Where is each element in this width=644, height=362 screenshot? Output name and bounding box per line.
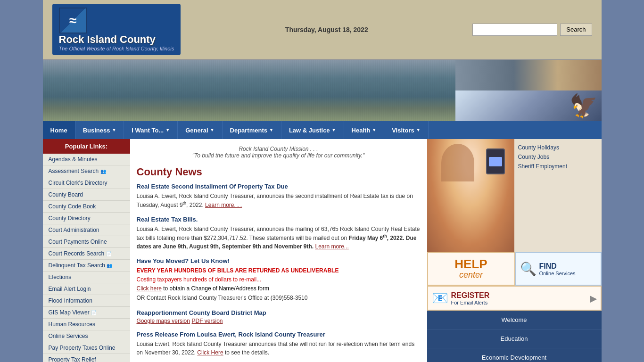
nav-business-arrow: ▼ xyxy=(112,128,116,132)
news-press-link-desc: to see the details. xyxy=(225,349,269,356)
news-reapp-section: Reapportionment County Board District Ma… xyxy=(137,309,421,324)
welcome-panel-welcome[interactable]: Welcome xyxy=(427,311,602,329)
search-button[interactable]: Search xyxy=(560,24,592,36)
news-moved-title: Have You Moved? Let Us Know! xyxy=(137,257,421,264)
find-services-widget[interactable]: 🔍 FIND Online Services xyxy=(515,252,602,286)
welcome-panels: Welcome Education Economic Development H… xyxy=(427,311,602,362)
sidebar-item-courtrecords[interactable]: Court Records Search 📄 xyxy=(43,248,130,260)
nav-health-arrow: ▼ xyxy=(372,128,376,132)
news-moved-click-desc: to obtain a Change of Name/Address form xyxy=(162,285,269,292)
sidebar-item-assessment[interactable]: Assessment Search 👥 xyxy=(43,165,130,177)
news-item-1-title: Real Estate Second Installment Of Proper… xyxy=(137,183,421,190)
site-subtitle: The Official Website of Rock Island Coun… xyxy=(59,46,174,51)
right-panels: County Holidays County Jobs Sheriff Empl… xyxy=(427,139,602,362)
sidebar-item-agendas[interactable]: Agendas & Minutes xyxy=(43,154,130,165)
news-item-1-body: Louisa A. Ewert, Rock Island County Trea… xyxy=(137,192,421,209)
help-center-widget[interactable]: HELP center xyxy=(427,252,515,286)
sidebar-item-onlineservices[interactable]: Online Services xyxy=(43,330,130,342)
news-item-2: Real Estate Tax Bills. Louisa A. Ewert, … xyxy=(137,216,421,251)
nav-lawjustice[interactable]: Law & Justice ▼ xyxy=(281,121,344,139)
register-widget[interactable]: 📧 REGISTER For Email Alerts ▶ xyxy=(427,286,602,311)
news-moved-click: Click here to obtain a Change of Name/Ad… xyxy=(137,284,421,293)
nav-health[interactable]: Health ▼ xyxy=(344,121,385,139)
nav-iwantto[interactable]: I Want To... ▼ xyxy=(124,121,178,139)
sidebar-item-codebook[interactable]: County Code Book xyxy=(43,201,130,213)
sidebar-item-courtpayments[interactable]: Court Payments Online xyxy=(43,236,130,248)
find-sub: Online Services xyxy=(539,271,576,276)
date-display: Thursday, August 18, 2022 xyxy=(181,26,472,33)
news-press-section: Press Release From Louisa Ewert, Rock Is… xyxy=(137,331,421,357)
sidebar: Popular Links: Agendas & Minutes Assessm… xyxy=(43,139,130,362)
help-find-register-row: HELP center 🔍 FIND Online Services xyxy=(427,252,602,286)
banner: 🦅 xyxy=(43,60,602,121)
news-item-2-body: Louisa A. Ewert, Rock Island County Trea… xyxy=(137,225,421,251)
search-area: Search xyxy=(472,24,592,36)
banner-main-image xyxy=(43,60,455,121)
nav-general[interactable]: General ▼ xyxy=(178,121,222,139)
nav-visitors-arrow: ▼ xyxy=(416,128,421,132)
help-sub: center xyxy=(433,270,510,280)
mission-line1: Rock Island County Mission . . . xyxy=(239,146,318,152)
sidebar-item-courtadmin[interactable]: Court Administration xyxy=(43,224,130,236)
news-column: Rock Island County Mission . . . "To bui… xyxy=(130,139,427,362)
photo-quicklinks-row: County Holidays County Jobs Sheriff Empl… xyxy=(427,139,602,252)
news-press-link[interactable]: Click Here xyxy=(197,349,223,356)
nav-home[interactable]: Home xyxy=(43,121,75,139)
news-item-2-title: Real Estate Tax Bills. xyxy=(137,216,421,223)
nav-visitors[interactable]: Visitors ▼ xyxy=(384,121,428,139)
register-icon: 📧 xyxy=(432,290,448,306)
news-item-1: Real Estate Second Installment Of Proper… xyxy=(137,183,421,209)
news-moved-link[interactable]: Click here xyxy=(137,285,162,292)
news-reapp-link1[interactable]: Google maps version xyxy=(137,318,190,324)
sidebar-item-directory[interactable]: County Directory xyxy=(43,213,130,224)
news-moved-alert1: EVERY YEAR HUNDREDS OF BILLS ARE RETURNE… xyxy=(137,266,421,275)
sidebar-item-elections[interactable]: Elections xyxy=(43,272,130,283)
nav-general-arrow: ▼ xyxy=(210,128,215,132)
mission-statement: Rock Island County Mission . . . "To bui… xyxy=(137,144,421,161)
nav-departments[interactable]: Departments ▼ xyxy=(223,121,281,139)
sidebar-item-flood[interactable]: Flood Information xyxy=(43,295,130,307)
nav-lawjustice-arrow: ▼ xyxy=(332,128,336,132)
nav-departments-arrow: ▼ xyxy=(269,128,273,132)
news-moved-alert2: Costing taxpayers hundreds of dollars to… xyxy=(137,275,421,284)
welcome-panel-economic[interactable]: Economic Development xyxy=(427,348,602,362)
news-item-2-link[interactable]: Learn more... xyxy=(315,243,348,250)
news-reapp-link2[interactable]: PDF version xyxy=(192,318,223,324)
logo-text: Rock Island County The Official Website … xyxy=(59,33,174,51)
news-press-title: Press Release From Louisa Ewert, Rock Is… xyxy=(137,331,421,338)
find-title: FIND xyxy=(539,262,576,271)
sidebar-item-hr[interactable]: Human Resources xyxy=(43,319,130,330)
nav-business[interactable]: Business ▼ xyxy=(75,121,124,139)
photo-box xyxy=(427,139,514,252)
help-title: HELP xyxy=(433,258,510,270)
sidebar-item-gis[interactable]: GIS Map Viewer 📄 xyxy=(43,307,130,319)
register-title: REGISTER xyxy=(451,291,490,300)
sidebar-item-paytaxes[interactable]: Pay Property Taxes Online xyxy=(43,342,130,354)
banner-side-top xyxy=(455,60,602,90)
sidebar-item-delinquent[interactable]: Delinquent Tax Search 👥 xyxy=(43,260,130,272)
sidebar-item-countyboard[interactable]: County Board xyxy=(43,189,130,201)
logo-background: Rock Island County The Official Website … xyxy=(52,4,181,55)
quick-link-holidays[interactable]: County Holidays xyxy=(518,143,598,152)
quick-link-jobs[interactable]: County Jobs xyxy=(518,152,598,162)
search-input[interactable] xyxy=(472,24,557,36)
county-news-heading: County News xyxy=(137,166,421,178)
county-logo xyxy=(59,8,87,33)
news-moved-contact: OR Contact Rock Island County Treasurer'… xyxy=(137,294,421,303)
sidebar-item-taxrelief[interactable]: Property Tax Relief xyxy=(43,354,130,362)
main-layout: Popular Links: Agendas & Minutes Assessm… xyxy=(43,139,602,362)
news-press-body: Louisa Ewert, Rock Island County Treasur… xyxy=(137,341,415,356)
banner-side-images: 🦅 xyxy=(455,60,602,121)
sidebar-item-emailalert[interactable]: Email Alert Login xyxy=(43,283,130,295)
register-sub: For Email Alerts xyxy=(451,300,490,305)
main-nav: Home Business ▼ I Want To... ▼ General ▼… xyxy=(43,121,602,139)
sidebar-item-circuit[interactable]: Circuit Clerk's Directory xyxy=(43,177,130,189)
news-item-1-link[interactable]: Learn more. . . xyxy=(205,202,242,208)
find-icon: 🔍 xyxy=(520,261,537,277)
quick-link-sheriff[interactable]: Sheriff Employment xyxy=(518,162,598,171)
nav-iwantto-arrow: ▼ xyxy=(165,128,170,132)
sidebar-title: Popular Links: xyxy=(43,139,130,154)
mission-line2: "To build the future and improve the qua… xyxy=(192,152,364,159)
header: Rock Island County The Official Website … xyxy=(43,0,602,60)
welcome-panel-education[interactable]: Education xyxy=(427,329,602,348)
